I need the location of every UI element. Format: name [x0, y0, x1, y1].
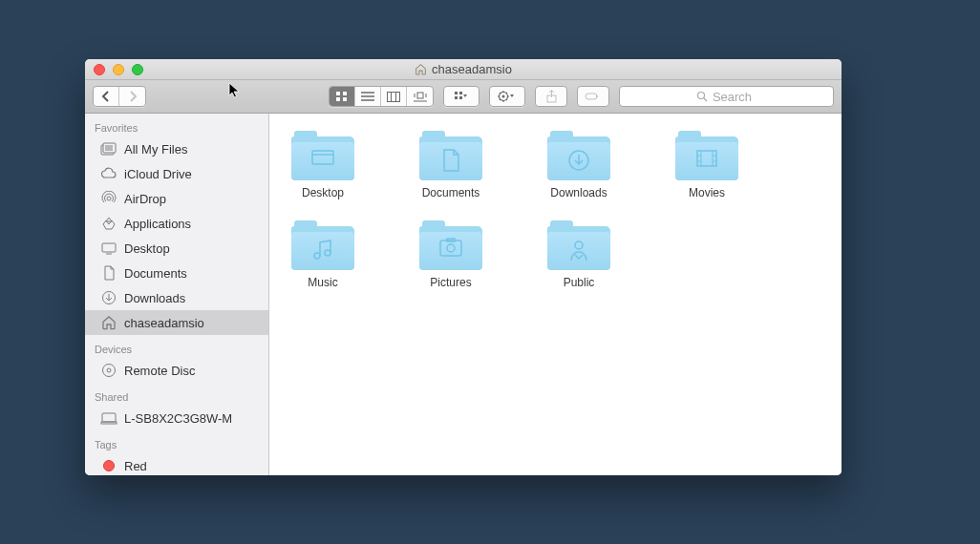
folder-pictures[interactable]: Pictures: [409, 220, 493, 289]
tag-icon: [585, 92, 602, 101]
folder-documents[interactable]: Documents: [409, 131, 493, 199]
folder-icon: [291, 131, 354, 180]
gear-icon: [498, 91, 517, 102]
svg-line-32: [704, 98, 707, 101]
finder-window: chaseadamsio: [85, 59, 842, 475]
sidebar-item-label: Remote Disc: [124, 364, 195, 378]
sidebar-item-chaseadamsio[interactable]: chaseadamsio: [85, 310, 268, 335]
cloud-icon: [100, 165, 117, 182]
minimize-window-button[interactable]: [113, 64, 124, 75]
folder-public[interactable]: Public: [537, 220, 621, 289]
folder-desktop[interactable]: Desktop: [281, 131, 365, 199]
arrange-button[interactable]: [444, 87, 479, 106]
column-view-button[interactable]: [381, 87, 407, 106]
sidebar-item-red[interactable]: Red: [85, 453, 268, 475]
sidebar-item-desktop[interactable]: Desktop: [85, 236, 268, 261]
sidebar-item-documents[interactable]: Documents: [85, 261, 268, 285]
folder-icon: [419, 220, 482, 270]
sidebar-item-l-sb8x2c3g8w-m[interactable]: L-SB8X2C3G8W-M: [85, 406, 268, 430]
zoom-window-button[interactable]: [132, 64, 143, 75]
svg-rect-58: [440, 241, 461, 256]
back-button[interactable]: [94, 87, 119, 106]
nav-buttons: [93, 86, 146, 107]
folder-movies[interactable]: Movies: [665, 131, 749, 199]
window-title: chaseadamsio: [432, 62, 512, 76]
sidebar-item-label: chaseadamsio: [124, 316, 204, 330]
search-icon: [696, 91, 708, 102]
arrange-button-group: [443, 86, 479, 107]
sidebar-item-label: Documents: [124, 266, 187, 281]
folder-icon: [675, 131, 738, 180]
desktop-icon: [100, 240, 117, 257]
search-field[interactable]: Search: [619, 86, 834, 107]
airdrop-icon: [100, 190, 117, 207]
svg-rect-7: [388, 92, 400, 101]
action-button-group: [489, 86, 525, 107]
sidebar-item-all-my-files[interactable]: All My Files: [85, 136, 268, 161]
apps-icon: [100, 215, 117, 232]
svg-point-31: [697, 93, 704, 99]
content-area[interactable]: DesktopDocumentsDownloadsMoviesMusicPict…: [269, 114, 842, 475]
svg-rect-1: [343, 92, 347, 95]
window-body: FavoritesAll My FilesiCloud DriveAirDrop…: [85, 114, 842, 475]
close-window-button[interactable]: [94, 64, 105, 75]
traffic-lights: [85, 64, 143, 75]
sidebar-item-downloads[interactable]: Downloads: [85, 285, 268, 310]
sidebar-header: Favorites: [85, 119, 268, 136]
svg-point-59: [447, 244, 455, 252]
folder-downloads[interactable]: Downloads: [537, 131, 621, 199]
view-mode-buttons: [329, 86, 434, 107]
sidebar-item-airdrop[interactable]: AirDrop: [85, 186, 268, 211]
svg-point-56: [314, 253, 320, 259]
coverflow-view-button[interactable]: [407, 87, 433, 106]
sidebar-header: Tags: [85, 436, 268, 453]
sidebar-header: Devices: [85, 341, 268, 358]
svg-rect-10: [417, 93, 423, 98]
svg-rect-16: [455, 96, 458, 99]
svg-rect-45: [101, 422, 117, 424]
folder-label: Movies: [689, 186, 725, 199]
sidebar-item-icloud-drive[interactable]: iCloud Drive: [85, 161, 268, 186]
svg-line-24: [500, 93, 501, 94]
folder-label: Pictures: [430, 276, 471, 289]
downloads-icon: [100, 289, 117, 306]
sidebar-item-label: Red: [124, 459, 147, 473]
folder-icon: [291, 220, 354, 270]
folder-grid: DesktopDocumentsDownloadsMoviesMusicPict…: [281, 131, 830, 289]
disc-icon: [100, 362, 117, 379]
forward-button[interactable]: [119, 87, 145, 106]
titlebar[interactable]: chaseadamsio: [85, 59, 842, 80]
folder-music[interactable]: Music: [281, 220, 365, 289]
share-button[interactable]: [535, 86, 567, 107]
tag-red-icon: [100, 457, 117, 474]
folder-label: Downloads: [550, 186, 607, 199]
sidebar-header: Shared: [85, 388, 268, 406]
sidebar-item-remote-disc[interactable]: Remote Disc: [85, 358, 268, 383]
svg-line-25: [506, 99, 507, 100]
sidebar-item-label: Applications: [124, 217, 191, 231]
svg-point-38: [107, 197, 111, 200]
svg-point-42: [103, 365, 116, 377]
sidebar-item-applications[interactable]: Applications: [85, 211, 268, 236]
sidebar-item-label: AirDrop: [124, 192, 166, 206]
tags-button[interactable]: [577, 86, 609, 107]
svg-line-26: [500, 99, 501, 100]
folder-label: Public: [564, 276, 595, 289]
window-title-wrap: chaseadamsio: [85, 62, 842, 76]
svg-rect-46: [312, 151, 333, 164]
list-view-button[interactable]: [355, 87, 381, 106]
action-button[interactable]: [490, 87, 524, 106]
svg-point-19: [502, 95, 505, 98]
sidebar: FavoritesAll My FilesiCloud DriveAirDrop…: [85, 114, 269, 475]
svg-rect-0: [336, 92, 340, 95]
folder-icon: [419, 131, 482, 180]
svg-rect-2: [336, 97, 340, 101]
computer-icon: [100, 409, 117, 427]
icon-view-button[interactable]: [330, 87, 355, 106]
svg-rect-29: [586, 94, 597, 99]
folder-icon: [547, 220, 610, 270]
toolbar: Search: [85, 80, 842, 114]
svg-point-43: [107, 368, 111, 372]
svg-rect-17: [459, 96, 462, 99]
svg-point-61: [575, 241, 583, 249]
